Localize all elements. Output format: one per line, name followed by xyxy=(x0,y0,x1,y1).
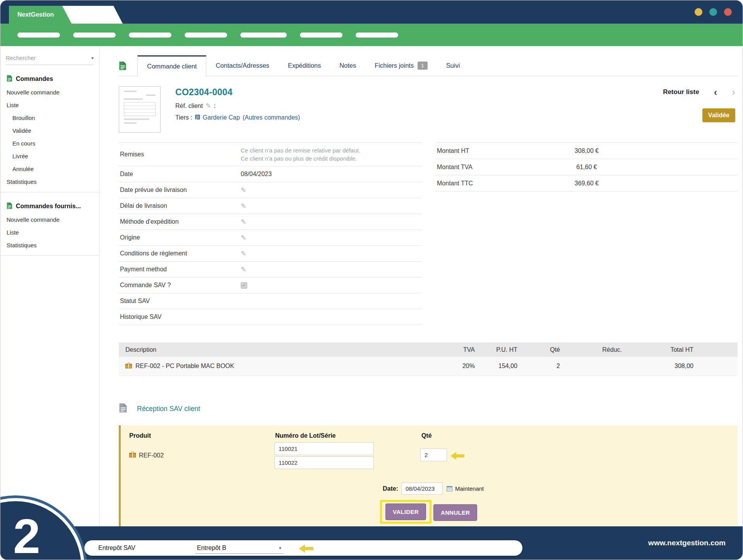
sav-section-title[interactable]: Réception SAV client xyxy=(137,405,200,413)
detail-row-methode-expedition: Méthode d'expédition ✎ xyxy=(119,214,422,230)
thumb-line xyxy=(124,91,137,92)
line-qte: 2 xyxy=(517,363,560,370)
tab-notes[interactable]: Notes xyxy=(330,55,365,76)
edit-pencil-icon[interactable]: ✎ xyxy=(205,102,211,110)
now-link[interactable]: Maintenant xyxy=(455,485,484,492)
total-row-ht: Montant HT 308,00 € xyxy=(436,143,738,159)
detail-label: Commande SAV ? xyxy=(119,282,241,289)
detail-label: Date prévue de livraison xyxy=(119,187,241,194)
tab-suivi[interactable]: Suivi xyxy=(437,55,469,76)
edit-pencil-icon[interactable]: ✎ xyxy=(241,187,246,194)
entrepot-selected-value: Entrepôt B xyxy=(197,545,226,551)
detail-row-remises: Remises Ce client n'a pas de remise rela… xyxy=(119,143,422,166)
sidebar-item-liste[interactable]: Liste xyxy=(0,99,99,111)
main-nav-bar xyxy=(0,24,743,46)
document-icon xyxy=(119,403,127,415)
chevron-down-icon[interactable]: ▾ xyxy=(91,55,94,61)
sidebar-search[interactable]: ▾ xyxy=(6,55,94,65)
order-detail-columns: Remises Ce client n'a pas de remise rela… xyxy=(119,142,738,325)
minimize-button[interactable] xyxy=(695,8,702,16)
detail-label: Historique SAV xyxy=(119,313,241,320)
edit-pencil-icon[interactable]: ✎ xyxy=(241,234,246,241)
document-icon xyxy=(119,61,127,70)
nav-item-placeholder[interactable] xyxy=(300,33,342,38)
sidebar: ▾ Commandes Nouvelle commande Liste Brou… xyxy=(0,46,99,526)
quantity-input[interactable] xyxy=(420,449,447,461)
tab-contacts-adresses[interactable]: Contacts/Adresses xyxy=(206,55,278,76)
sidebar-item-statistiques[interactable]: Statistiques xyxy=(0,175,99,188)
line-total-ht: 308,00 xyxy=(622,363,693,370)
nav-item-placeholder[interactable] xyxy=(356,33,398,38)
nav-item-placeholder[interactable] xyxy=(240,33,287,38)
maximize-button[interactable] xyxy=(709,8,717,16)
detail-label: Statut SAV xyxy=(119,298,241,305)
edit-pencil-icon[interactable]: ✎ xyxy=(241,218,246,226)
nav-item-placeholder[interactable] xyxy=(17,33,60,38)
line-description: REF-002 - PC Portable MAC BOOK xyxy=(135,363,234,370)
list-navigation: Retour liste ‹ › xyxy=(663,87,735,97)
sav-col-qte: Qté xyxy=(421,432,432,439)
tab-fichiers-joints[interactable]: Fichiers joints 1 xyxy=(365,55,437,76)
document-thumbnail[interactable] xyxy=(119,86,161,133)
sidebar-item-annulee[interactable]: Annulée xyxy=(0,163,99,175)
order-lines-table: Description TVA P.U. HT Qté Réduc. Total… xyxy=(119,343,738,376)
package-icon xyxy=(129,452,136,459)
sidebar-item-brouillon[interactable]: Brouillon xyxy=(0,111,99,124)
brand-tab[interactable]: NextGestion xyxy=(9,6,72,24)
close-button[interactable] xyxy=(724,8,732,16)
sav-checkbox[interactable]: ✓ xyxy=(241,282,247,289)
sidebar-section-title: Commandes xyxy=(16,75,53,82)
entrepot-select[interactable]: Entrepôt B ▾ xyxy=(195,543,283,554)
sidebar-divider xyxy=(0,255,99,256)
edit-pencil-icon[interactable]: ✎ xyxy=(241,250,246,257)
sidebar-item-statistiques-fournisseur[interactable]: Statistiques xyxy=(0,239,99,252)
line-tva: 20% xyxy=(430,363,475,370)
nav-item-placeholder[interactable] xyxy=(73,33,116,38)
nav-item-placeholder[interactable] xyxy=(129,33,171,38)
sidebar-item-liste-fournisseur[interactable]: Liste xyxy=(0,226,99,239)
thumb-table xyxy=(124,102,156,116)
sidebar-item-validee[interactable]: Validée xyxy=(0,124,99,137)
total-row-ttc: Montant TTC 369,60 € xyxy=(436,175,738,192)
detail-row-commande-sav: Commande SAV ? ✓ xyxy=(119,277,422,293)
thumb-line xyxy=(124,118,149,120)
calendar-icon[interactable] xyxy=(447,486,452,491)
edit-pencil-icon[interactable]: ✎ xyxy=(241,202,246,210)
entrepot-sav-label: Entrepôt SAV xyxy=(98,540,135,556)
order-totals-table: Montant HT 308,00 € Montant TVA 61,60 € … xyxy=(436,142,738,192)
lot-serial-input-1[interactable] xyxy=(274,442,374,455)
sav-product: REF-002 xyxy=(129,452,164,459)
chevron-down-icon: ▾ xyxy=(279,545,281,551)
back-to-list-link[interactable]: Retour liste xyxy=(663,88,699,96)
sidebar-section-title: Commandes fournis... xyxy=(16,203,81,210)
total-value: 61,60 € xyxy=(436,164,738,171)
valider-button[interactable]: VALIDER xyxy=(385,503,426,520)
table-row[interactable]: REF-002 - PC Portable MAC BOOK 20% 154,0… xyxy=(119,357,738,376)
tiers-label: Tiers : xyxy=(175,114,192,121)
other-orders-link[interactable]: (Autres commandes) xyxy=(243,114,300,121)
sidebar-item-nouvelle-commande-fournisseur[interactable]: Nouvelle commande xyxy=(0,213,99,226)
sidebar-item-en-cours[interactable]: En cours xyxy=(0,137,99,150)
chevron-right-icon[interactable]: › xyxy=(732,87,735,97)
annuler-button[interactable]: ANNULER xyxy=(433,504,477,521)
order-tab-bar: Commande client Contacts/Adresses Expédi… xyxy=(119,55,738,76)
sav-date-row: Date: Maintenant xyxy=(383,483,484,495)
tab-expeditions[interactable]: Expéditions xyxy=(279,55,330,76)
tab-commande-client[interactable]: Commande client xyxy=(137,55,206,76)
client-link[interactable]: Garderie Cap xyxy=(203,114,240,121)
edit-pencil-icon[interactable]: ✎ xyxy=(241,266,246,273)
search-input[interactable] xyxy=(6,55,91,61)
ref-client-line: Réf. client ✎ : xyxy=(175,102,300,110)
package-icon xyxy=(125,363,132,370)
chevron-left-icon[interactable]: ‹ xyxy=(714,87,717,97)
sidebar-item-nouvelle-commande[interactable]: Nouvelle commande xyxy=(0,86,99,99)
date-input[interactable] xyxy=(401,483,443,495)
detail-row-date: Date 08/04/2023 xyxy=(119,166,422,182)
lot-serial-input-2[interactable] xyxy=(274,456,374,469)
remises-note-2: Ce client n'a pas ou plus de crédit disp… xyxy=(241,154,422,163)
sidebar-item-livree[interactable]: Livrée xyxy=(0,150,99,163)
page-body: ▾ Commandes Nouvelle commande Liste Brou… xyxy=(0,46,743,526)
detail-label: Payment method xyxy=(119,266,241,273)
browser-tab-placeholder[interactable] xyxy=(62,6,123,24)
nav-item-placeholder[interactable] xyxy=(185,33,227,38)
